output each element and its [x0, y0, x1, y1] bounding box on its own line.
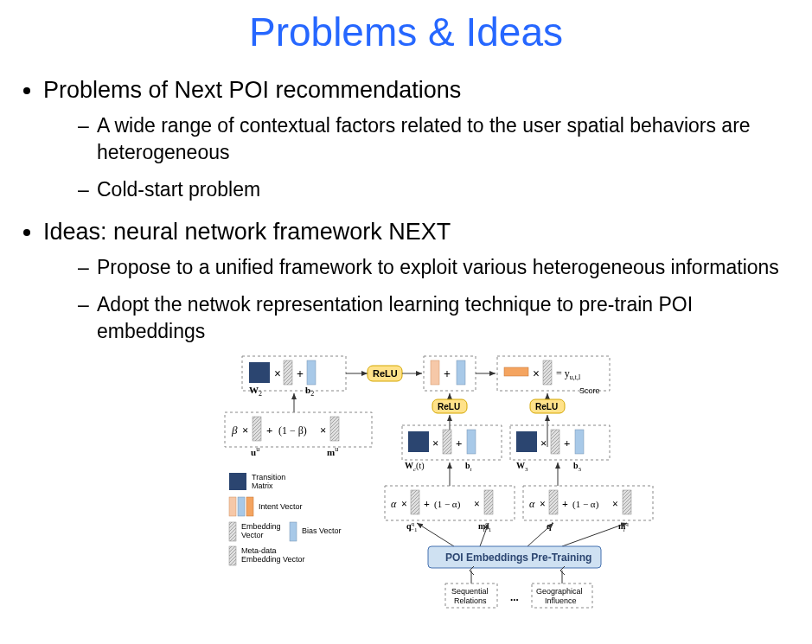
svg-text:uu: uu	[251, 445, 259, 457]
svg-text:+: +	[444, 367, 451, 380]
svg-rect-108	[229, 546, 236, 565]
svg-text:×: ×	[612, 498, 618, 510]
bullet-problems: Problems of Next POI recommendations A w…	[43, 77, 795, 203]
svg-rect-106	[290, 522, 297, 541]
svg-text:mu: mu	[327, 445, 338, 457]
svg-text:(1 − α): (1 − α)	[434, 499, 461, 510]
svg-rect-99	[229, 497, 236, 516]
svg-text:×: ×	[320, 424, 326, 437]
svg-text:Embedding: Embedding	[241, 522, 281, 531]
svg-text:+: +	[424, 498, 430, 510]
svg-text:Sequential: Sequential	[451, 587, 489, 596]
svg-text:(1 − α): (1 − α)	[572, 499, 599, 510]
svg-rect-96	[229, 473, 246, 490]
svg-rect-68	[484, 490, 493, 514]
svg-text:...: ...	[510, 590, 519, 603]
svg-text:×: ×	[242, 424, 248, 437]
svg-text:(1 − β): (1 − β)	[278, 424, 307, 437]
svg-rect-32	[330, 417, 339, 441]
svg-text:×: ×	[432, 437, 438, 450]
svg-text:Wc(t): Wc(t)	[405, 461, 425, 473]
bullet-list: Problems of Next POI recommendations A w…	[17, 77, 795, 345]
svg-text:×: ×	[474, 498, 480, 510]
svg-text:+: +	[562, 498, 568, 510]
svg-text:Influence: Influence	[545, 596, 577, 605]
svg-rect-4	[284, 360, 292, 385]
svg-text:ReLU: ReLU	[438, 402, 460, 411]
bullet-text: Ideas: neural network framework NEXT	[43, 219, 451, 245]
svg-rect-6	[307, 360, 316, 385]
svg-text:mql: mql	[618, 520, 629, 533]
svg-text:×: ×	[540, 437, 547, 450]
svg-text:ReLU: ReLU	[535, 402, 558, 411]
svg-text:×: ×	[274, 367, 281, 380]
bullet-text: Problems of Next POI recommendations	[43, 77, 461, 103]
svg-rect-19	[504, 367, 528, 376]
svg-line-83	[527, 523, 553, 546]
svg-text:α: α	[529, 498, 535, 510]
svg-text:Score: Score	[579, 386, 600, 395]
svg-rect-16	[457, 360, 465, 385]
svg-rect-56	[575, 430, 584, 454]
svg-text:Relations: Relations	[454, 596, 487, 605]
svg-rect-64	[411, 490, 419, 514]
svg-rect-48	[467, 430, 476, 454]
svg-text:b2: b2	[305, 385, 314, 398]
svg-text:×: ×	[401, 498, 407, 510]
svg-text:ReLU: ReLU	[373, 368, 398, 379]
svg-text:Matrix: Matrix	[252, 481, 273, 490]
svg-rect-52	[516, 431, 537, 452]
svg-text:Embedding Vector: Embedding Vector	[241, 555, 305, 564]
svg-text:α: α	[391, 498, 397, 510]
svg-text:×: ×	[533, 367, 540, 380]
slide-title: Problems & Ideas	[17, 9, 795, 55]
svg-rect-78	[623, 490, 631, 514]
svg-rect-100	[238, 497, 245, 516]
svg-rect-101	[246, 497, 253, 516]
sub-list: A wide range of contextual factors relat…	[43, 112, 795, 203]
sub-item: Cold-start problem	[78, 176, 795, 203]
svg-text:bt: bt	[465, 461, 473, 473]
svg-rect-2	[249, 362, 270, 383]
svg-rect-54	[551, 430, 559, 454]
svg-text:+: +	[564, 437, 570, 450]
svg-text:Vector: Vector	[241, 531, 264, 539]
svg-rect-74	[549, 490, 558, 514]
svg-rect-44	[408, 431, 429, 452]
sub-item: Propose to a unified framework to exploi…	[78, 254, 795, 281]
architecture-diagram: × + W2 b2 ReLU + × = yu,t,l Score β × + …	[216, 352, 795, 615]
svg-text:+: +	[266, 424, 272, 437]
svg-text:+: +	[297, 367, 304, 380]
svg-rect-46	[443, 430, 451, 454]
sub-item: Adopt the netwok representation learning…	[78, 291, 795, 345]
svg-line-84	[562, 523, 627, 546]
svg-line-81	[417, 523, 454, 546]
svg-rect-103	[229, 522, 236, 541]
svg-rect-28	[253, 417, 261, 441]
svg-text:ql: ql	[547, 520, 553, 531]
svg-text:b3: b3	[573, 461, 582, 473]
svg-text:W2: W2	[249, 385, 262, 398]
svg-text:Intent Vector: Intent Vector	[259, 502, 303, 511]
sub-item: A wide range of contextual factors relat…	[78, 112, 795, 166]
sub-list: Propose to a unified framework to exploi…	[43, 254, 795, 345]
svg-text:qqi−1: qqi−1	[406, 520, 418, 533]
svg-text:×: ×	[540, 498, 546, 510]
svg-text:POI Embeddings Pre-Training: POI Embeddings Pre-Training	[445, 552, 591, 564]
svg-text:Transition: Transition	[252, 473, 285, 481]
svg-text:β: β	[231, 424, 238, 437]
bullet-ideas: Ideas: neural network framework NEXT Pro…	[43, 219, 795, 345]
svg-text:W3: W3	[516, 461, 528, 473]
svg-text:+: +	[456, 437, 462, 450]
svg-text:Geographical: Geographical	[536, 587, 583, 596]
svg-text:Bias Vector: Bias Vector	[302, 526, 342, 535]
svg-text:Meta-data: Meta-data	[241, 546, 277, 555]
svg-rect-21	[543, 360, 552, 385]
svg-text:= yu,t,l: = yu,t,l	[556, 367, 581, 381]
svg-rect-14	[431, 360, 439, 385]
